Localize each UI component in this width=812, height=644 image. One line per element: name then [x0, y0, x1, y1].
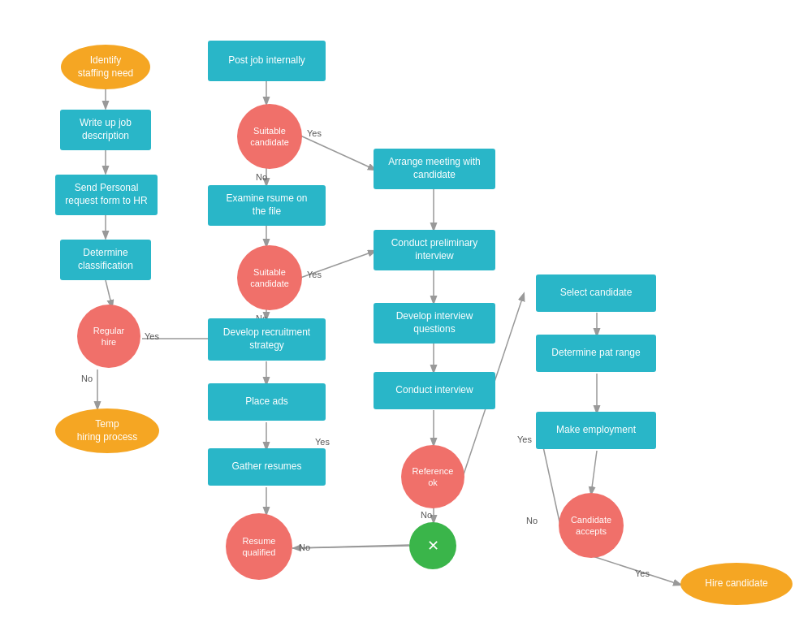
reject-x-node: ✕	[409, 522, 456, 569]
regular-hire-no-label: No	[81, 374, 93, 383]
make-employment-node: Make employment	[536, 412, 656, 449]
gather-resumes-node: Gather resumes	[208, 448, 326, 486]
post-job-node: Post job internally	[208, 41, 326, 81]
svg-line-21	[294, 546, 411, 548]
examine-resume-node: Examine rsume on the file	[208, 185, 326, 226]
candidate-accepts-yes-label: Yes	[635, 568, 650, 578]
arrange-meeting-node: Arrange meeting with candidate	[374, 149, 495, 189]
svg-line-7	[300, 136, 375, 170]
candidate-accepts-node: Candidate accepts	[559, 493, 624, 558]
suitable2-node: Suitable candidate	[237, 245, 302, 310]
suitable2-yes-label: Yes	[307, 270, 322, 279]
develop-recruitment-node: Develop recruitment strategy	[208, 318, 326, 361]
suitable1-no-label: No	[256, 172, 267, 182]
reference-ok-node: Reference ok	[401, 445, 464, 508]
develop-interview-q-node: Develop interview questions	[374, 303, 495, 344]
place-ads-node: Place ads	[208, 383, 326, 421]
regular-hire-node: Regular hire	[77, 305, 140, 368]
place-ads-yes-label: Yes	[315, 437, 330, 447]
hire-candidate-node: Hire candidate	[680, 563, 793, 605]
write-job-node: Write up job description	[60, 110, 151, 150]
svg-line-3	[106, 280, 112, 307]
resume-qualified-node: Resume qualified	[226, 513, 292, 580]
resume-qualified-no-label: No	[299, 542, 310, 552]
conduct-interview-node: Conduct interview	[374, 372, 495, 409]
reference-ok-yes-label: Yes	[517, 434, 532, 444]
regular-hire-yes-label: Yes	[145, 331, 159, 341]
flowchart: Identify staffing need Write up job desc…	[0, 0, 812, 644]
send-personal-node: Send Personal request form to HR	[55, 175, 158, 215]
reference-ok-no-label: No	[421, 510, 432, 520]
svg-line-25	[591, 451, 597, 494]
suitable1-node: Suitable candidate	[237, 104, 302, 169]
select-candidate-node: Select candidate	[536, 274, 656, 312]
candidate-accepts-no-label: No	[526, 516, 538, 525]
suitable1-yes-label: Yes	[307, 128, 322, 138]
determine-class-node: Determine classification	[60, 240, 151, 280]
temp-hiring-node: Temp hiring process	[55, 408, 159, 453]
identify-staffing-node: Identify staffing need	[61, 45, 150, 89]
determine-pat-node: Determine pat range	[536, 335, 656, 372]
conduct-prelim-node: Conduct preliminary interview	[374, 230, 495, 270]
